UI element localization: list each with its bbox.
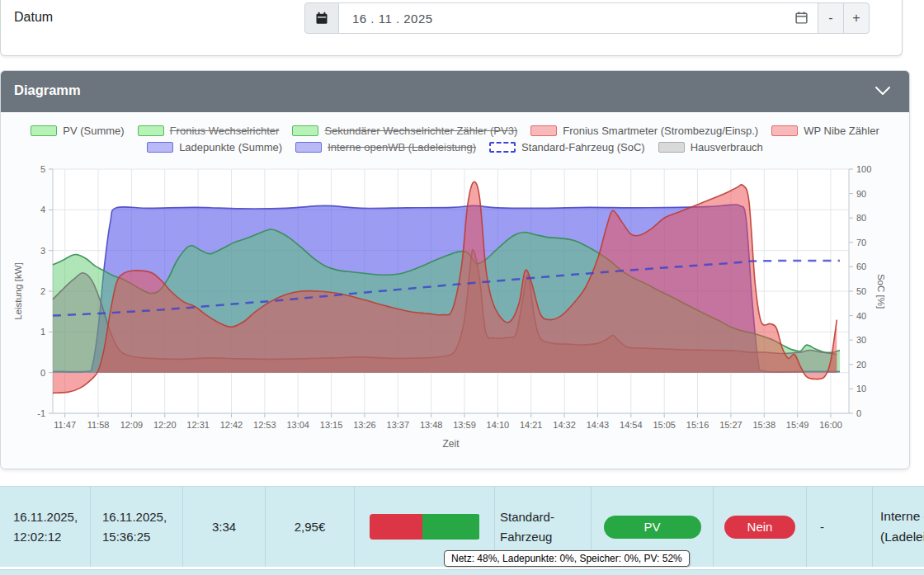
mode-badge-pv: PV (604, 516, 701, 539)
legend-swatch-icon (771, 125, 798, 136)
svg-text:12:20: 12:20 (153, 420, 177, 430)
legend-label: PV (Summe) (63, 125, 124, 137)
calendar-addon-icon[interactable] (304, 2, 339, 34)
svg-text:2: 2 (40, 286, 45, 296)
svg-text:10: 10 (856, 384, 866, 394)
legend-item[interactable]: Hausverbrauch (658, 141, 763, 153)
log-flag-cell: Nein (713, 487, 806, 567)
legend-swatch-icon (658, 142, 685, 153)
date-input-group: - + (304, 2, 870, 34)
date-input[interactable] (339, 2, 818, 34)
grid-share-segment (370, 514, 422, 540)
svg-text:0: 0 (40, 368, 45, 378)
svg-text:-1: -1 (37, 408, 45, 418)
svg-text:1: 1 (40, 327, 45, 337)
chevron-down-icon[interactable] (874, 85, 891, 100)
svg-text:14:43: 14:43 (587, 420, 610, 430)
svg-text:13:59: 13:59 (453, 420, 476, 430)
svg-text:13:26: 13:26 (353, 420, 376, 430)
legend-swatch-icon (489, 142, 516, 153)
legend-item[interactable]: Fronius Wechselrichter (138, 125, 280, 137)
log-cost: 2,95€ (265, 487, 354, 567)
svg-text:SoC [%]: SoC [%] (876, 274, 886, 309)
svg-text:13:04: 13:04 (286, 420, 309, 430)
svg-text:16:00: 16:00 (819, 420, 842, 430)
log-end-time: 16.11.2025, 15:36:25 (90, 487, 182, 567)
legend-swatch-icon (147, 142, 173, 153)
legend-label: Fronius Smartmeter (Strombezug/Einsp.) (563, 125, 758, 137)
date-card: Datum (0, 0, 903, 56)
legend-label: Ladepunkte (Summe) (179, 141, 282, 153)
power-chart[interactable]: 11:4711:5812:0912:2012:3112:4212:5313:04… (1, 112, 909, 469)
svg-text:12:31: 12:31 (186, 420, 210, 430)
date-next-button[interactable]: + (843, 2, 870, 34)
legend-swatch-icon (292, 125, 318, 136)
openwb-log-screen: Datum (0, 0, 924, 575)
legend-label: Standard-Fahrzeug (SoC) (521, 141, 645, 153)
legend-item[interactable]: Fronius Smartmeter (Strombezug/Einsp.) (530, 125, 758, 137)
legend-swatch-icon (530, 125, 557, 136)
svg-text:70: 70 (856, 238, 866, 247)
svg-text:50: 50 (856, 286, 866, 296)
legend-label: Hausverbrauch (691, 141, 763, 153)
svg-text:13:37: 13:37 (387, 420, 410, 430)
legend-item[interactable]: Standard-Fahrzeug (SoC) (489, 141, 645, 153)
log-duration: 3:34 (182, 487, 265, 567)
legend-label: Interne openWB (Ladeleistung) (328, 141, 476, 153)
svg-text:12:42: 12:42 (220, 420, 243, 430)
legend-item[interactable]: PV (Summe) (31, 125, 124, 137)
diagram-card-header[interactable]: Diagramm (1, 71, 909, 112)
svg-text:Zeit: Zeit (442, 438, 460, 450)
legend-label: Sekundärer Wechselrichter Zähler (PV3) (324, 125, 517, 137)
legend-item[interactable]: Ladepunkte (Summe) (147, 141, 282, 153)
svg-text:11:58: 11:58 (87, 420, 110, 430)
log-chargepoint: Interne openWB (Ladeleistung) (872, 487, 924, 567)
legend-swatch-icon (295, 142, 322, 153)
svg-text:3: 3 (40, 246, 45, 256)
flag-badge-nein: Nein (724, 516, 795, 539)
diagram-card: Diagramm PV (Summe)Fronius Wechselrichte… (0, 70, 910, 469)
pv-share-segment (422, 514, 480, 540)
log-start-time: 16.11.2025, 12:02:12 (0, 487, 90, 567)
svg-text:14:10: 14:10 (487, 420, 510, 430)
svg-text:15:16: 15:16 (686, 420, 710, 430)
svg-text:60: 60 (856, 262, 866, 271)
log-dash: - (806, 487, 872, 567)
svg-text:14:32: 14:32 (553, 420, 576, 430)
svg-text:40: 40 (856, 311, 866, 321)
date-prev-button[interactable]: - (818, 2, 844, 34)
log-table-next-row[interactable] (0, 569, 924, 575)
legend-label: Fronius Wechselrichter (170, 125, 280, 137)
svg-text:Leistung [kW]: Leistung [kW] (13, 262, 23, 320)
chart-legend: PV (Summe)Fronius WechselrichterSekundär… (1, 125, 909, 158)
legend-label: WP Nibe Zähler (804, 125, 879, 137)
svg-text:14:21: 14:21 (520, 420, 543, 430)
svg-text:15:49: 15:49 (786, 420, 809, 430)
svg-text:13:48: 13:48 (420, 420, 443, 430)
legend-swatch-icon (138, 125, 164, 136)
svg-text:13:15: 13:15 (320, 420, 343, 430)
date-picker-icon[interactable] (794, 11, 808, 28)
svg-text:12:53: 12:53 (253, 420, 276, 430)
svg-text:15:05: 15:05 (653, 420, 676, 430)
svg-text:12:09: 12:09 (120, 420, 144, 430)
legend-swatch-icon (31, 125, 57, 136)
svg-text:0: 0 (856, 408, 861, 418)
legend-item[interactable]: Interne openWB (Ladeleistung) (295, 141, 476, 153)
svg-text:30: 30 (856, 335, 866, 345)
energy-source-tooltip: Netz: 48%, Ladepunkte: 0%, Speicher: 0%,… (444, 550, 690, 567)
svg-text:4: 4 (40, 205, 45, 214)
legend-item[interactable]: Sekundärer Wechselrichter Zähler (PV3) (292, 125, 517, 137)
legend-item[interactable]: WP Nibe Zähler (771, 125, 879, 137)
svg-text:15:38: 15:38 (752, 420, 776, 430)
energy-split-bar[interactable] (370, 514, 480, 540)
svg-text:11:47: 11:47 (54, 420, 76, 430)
svg-text:80: 80 (856, 213, 866, 223)
svg-text:100: 100 (856, 164, 871, 174)
diagram-title: Diagramm (14, 82, 81, 98)
date-label: Datum (14, 10, 53, 25)
svg-text:5: 5 (40, 164, 45, 174)
svg-text:90: 90 (856, 189, 866, 199)
svg-text:15:27: 15:27 (719, 420, 742, 430)
svg-text:20: 20 (856, 360, 866, 370)
